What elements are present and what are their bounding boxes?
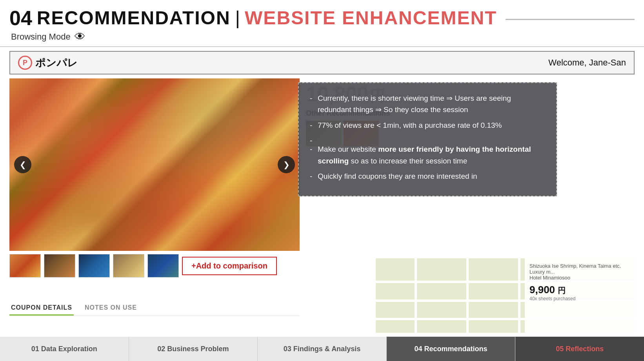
map-section: Shizuoka Ise Shrimp, Kinema Taima etc. L… <box>376 258 635 333</box>
food-image-overlay <box>9 78 300 251</box>
welcome-text: Welcome, Jane-San <box>548 58 626 68</box>
thumbnail-4[interactable] <box>113 254 144 278</box>
website-mockup-bar: P ポンパレ Welcome, Jane-San <box>9 51 635 74</box>
nav-item-5[interactable]: 05 Reflections <box>515 337 644 361</box>
logo-icon: P <box>18 56 32 70</box>
map-road-v-1 <box>415 258 417 333</box>
bottom-navigation: 01 Data Exploration 02 Business Problem … <box>0 337 644 361</box>
map-road-v-2 <box>466 258 469 333</box>
slide-number: 04 <box>9 8 32 28</box>
map-price-value: 9,900 <box>529 284 555 296</box>
annotation-list: Currently, there is shorter viewing time… <box>310 93 545 182</box>
site-logo: P ポンパレ <box>18 56 78 70</box>
carousel-next-button[interactable]: ❯ <box>278 156 295 173</box>
nav-item-2[interactable]: 02 Business Problem <box>129 337 258 361</box>
product-image-bg <box>9 78 300 251</box>
annotation-item-4: Quickly find coupons they are more inter… <box>310 171 545 182</box>
carousel-prev-button[interactable]: ❮ <box>14 156 31 173</box>
thumbnail-1[interactable] <box>9 254 41 278</box>
tab-notes-on-use[interactable]: NOTES ON USE <box>83 301 138 316</box>
tab-coupon-details[interactable]: COUPON DETAILS <box>9 301 74 316</box>
page-header: 04 RECOMMENDATION | WEBSITE ENHANCEMENT … <box>0 0 644 47</box>
map-hotel-description: Shizuoka Ise Shrimp, Kinema Taima etc. L… <box>529 263 630 275</box>
tab-row: COUPON DETAILS NOTES ON USE <box>9 301 300 316</box>
map-purchase-count: 40x sheets purchased <box>529 296 630 301</box>
map-price: 9,900 円 <box>529 284 630 296</box>
nav-item-1[interactable]: 01 Data Exploration <box>0 337 129 361</box>
map-price-yen: 円 <box>558 286 566 295</box>
nav-item-4[interactable]: 04 Recommendations <box>387 337 516 361</box>
recommendation-label: RECOMMENDATION <box>37 7 231 29</box>
annotation-overlay: Currently, there is shorter viewing time… <box>298 82 557 196</box>
pipe-separator: | <box>235 7 240 29</box>
thumbnail-5[interactable] <box>147 254 179 278</box>
website-enhancement-label: WEBSITE ENHANCEMENT <box>245 7 497 29</box>
eye-icon: 👁 <box>75 30 86 43</box>
annotation-item-3: Make our website more user friendly by h… <box>310 143 545 167</box>
add-comparison-button[interactable]: +Add to comparison <box>182 257 277 275</box>
thumbnail-2[interactable] <box>44 254 75 278</box>
map-hotel-name: Hotel Minamiosoo <box>529 275 630 281</box>
map-road-v-3 <box>518 258 520 333</box>
map-info-card: Shizuoka Ise Shrimp, Kinema Taima etc. L… <box>525 258 635 333</box>
annotation-spacer <box>310 135 545 140</box>
browsing-mode-label: Browsing Mode <box>11 32 71 42</box>
thumbnail-3[interactable] <box>78 254 110 278</box>
thumbnail-row: +Add to comparison <box>9 254 300 278</box>
nav-item-3[interactable]: 03 Findings & Analysis <box>258 337 387 361</box>
annotation-item-2: 77% of views are < 1min, with a purchase… <box>310 120 545 131</box>
product-section: ❮ ❯ +Add to comparison <box>9 78 300 298</box>
bold-text-1: more user friendly by having the horizon… <box>318 145 531 165</box>
product-image-container: ❮ ❯ <box>9 78 300 251</box>
logo-text: ポンパレ <box>35 56 78 70</box>
header-line <box>506 19 635 20</box>
annotation-item-1: Currently, there is shorter viewing time… <box>310 93 545 116</box>
